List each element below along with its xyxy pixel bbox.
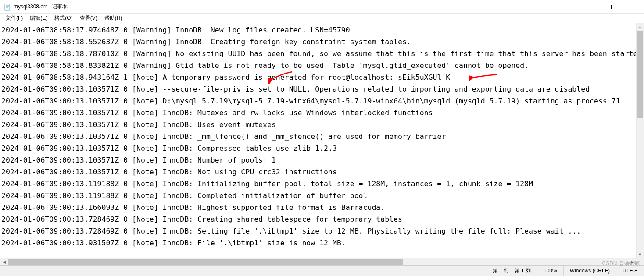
menu-edit[interactable]: 编辑(E) [26,14,51,23]
scroll-right-icon[interactable]: ▶ [629,258,636,265]
svg-rect-6 [612,5,615,9]
menu-file[interactable]: 文件(F) [2,14,26,23]
horizontal-scrollbar[interactable]: ◀ ▶ [0,258,636,265]
notepad-icon [4,4,11,11]
window-title: mysql3308.err - 记事本 [14,3,68,11]
horizontal-scroll-row: ◀ ▶ [0,258,644,265]
status-encoding: UTF-8 [616,266,644,276]
horizontal-scroll-thumb[interactable] [8,259,403,265]
menu-format[interactable]: 格式(O) [51,14,76,23]
close-button[interactable] [623,0,644,14]
menubar: 文件(F) 编辑(E) 格式(O) 查看(V) 帮助(H) [0,14,644,23]
titlebar: mysql3308.err - 记事本 [0,0,644,14]
maximize-button[interactable] [603,0,623,14]
status-zoom: 100% [537,266,563,276]
text-content[interactable]: 2024-01-06T08:58:17.974648Z 0 [Warning] … [0,23,636,258]
scroll-up-icon[interactable]: ▲ [637,23,644,31]
statusbar: 第 1 行，第 1 列 100% Windows (CRLF) UTF-8 [0,265,644,276]
menu-help[interactable]: 帮助(H) [101,14,126,23]
vertical-scrollbar[interactable]: ▲ ▼ [636,23,644,258]
menu-view[interactable]: 查看(V) [76,14,101,23]
status-position: 第 1 行，第 1 列 [487,266,537,276]
content-wrap: 2024-01-06T08:58:17.974648Z 0 [Warning] … [0,23,644,258]
minimize-button[interactable] [583,0,603,14]
vertical-scroll-thumb[interactable] [637,31,643,118]
scroll-left-icon[interactable]: ◀ [0,258,8,265]
scroll-corner [636,258,644,265]
status-line-ending: Windows (CRLF) [563,266,616,276]
scroll-down-icon[interactable]: ▼ [637,251,644,258]
